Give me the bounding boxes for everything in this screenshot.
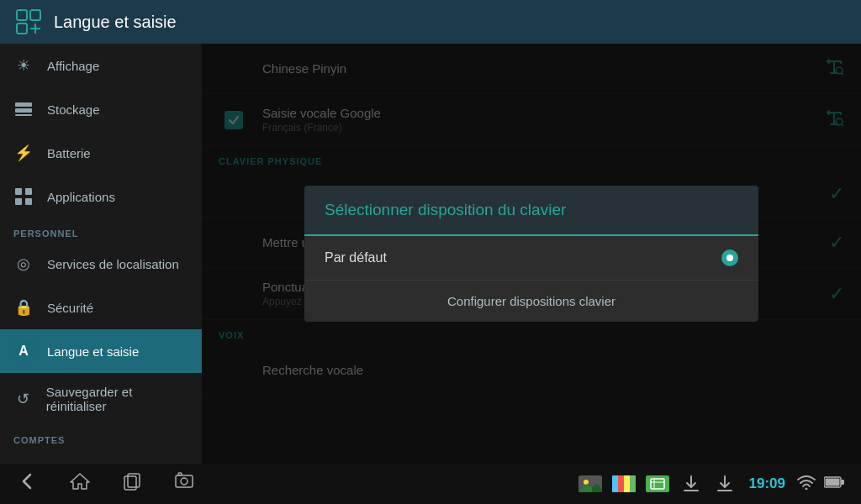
svg-rect-39 — [826, 479, 840, 486]
svg-rect-1 — [30, 10, 40, 20]
taskbar-right: 19:09 — [578, 475, 844, 493]
sidebar-item-sauvegarder[interactable]: ↺ Sauvegarder et réinitialiser — [0, 373, 202, 425]
batterie-icon: ⚡ — [13, 143, 34, 163]
content-area: Chinese Pinyin — [202, 44, 861, 464]
svg-rect-2 — [17, 24, 27, 34]
sidebar-label-localisation: Services de localisation — [47, 257, 179, 271]
sidebar-item-batterie[interactable]: ⚡ Batterie — [0, 131, 202, 175]
sidebar-item-langue[interactable]: A Langue et saisie — [0, 329, 202, 373]
sidebar-label-sauvegarder: Sauvegarder et réinitialiser — [46, 385, 188, 413]
dialog-header: Sélectionner disposition du clavier — [304, 186, 758, 236]
back-button[interactable] — [17, 470, 39, 497]
svg-rect-29 — [630, 475, 636, 492]
header-title: Langue et saisie — [54, 13, 177, 32]
svg-rect-30 — [651, 479, 664, 489]
svg-rect-5 — [15, 102, 32, 107]
header-icon — [13, 7, 44, 37]
green-taskbar-icon[interactable] — [645, 475, 670, 493]
svg-rect-7 — [15, 114, 32, 116]
recents-button[interactable] — [121, 470, 143, 497]
dialog-option-label-par-defaut: Par défaut — [325, 250, 721, 265]
svg-marker-16 — [71, 474, 89, 489]
svg-rect-11 — [25, 198, 32, 205]
multicolor-taskbar-icon[interactable] — [611, 475, 637, 493]
svg-rect-10 — [15, 198, 22, 205]
section-personnel: PERSONNEL — [0, 218, 202, 242]
sidebar-label-batterie: Batterie — [47, 146, 91, 160]
svg-point-23 — [584, 480, 589, 485]
download-taskbar-icon[interactable] — [679, 475, 704, 493]
app-header: Langue et saisie — [0, 0, 861, 44]
sidebar-item-affichage[interactable]: ☀ Affichage — [0, 44, 202, 87]
screenshot-button[interactable] — [173, 470, 195, 497]
stockage-icon — [13, 99, 34, 119]
gallery-taskbar-icon[interactable] — [578, 475, 603, 493]
svg-point-37 — [806, 488, 808, 491]
sidebar-label-stockage: Stockage — [47, 102, 100, 117]
sauvegarder-icon: ↺ — [13, 389, 33, 409]
taskbar: 19:09 — [0, 464, 861, 504]
sidebar-label-affichage: Affichage — [47, 59, 99, 73]
dialog-link-configurer[interactable]: Configurer dispositions clavier — [304, 281, 758, 322]
svg-rect-20 — [178, 473, 182, 475]
sidebar-label-applications: Applications — [47, 190, 115, 204]
sidebar-item-applications[interactable]: Applications — [0, 175, 202, 218]
svg-point-21 — [181, 478, 188, 485]
sidebar-label-langue: Langue et saisie — [47, 344, 139, 359]
section-comptes: COMPTES — [0, 425, 202, 449]
securite-icon: 🔒 — [13, 297, 34, 318]
svg-rect-8 — [15, 188, 22, 195]
dialog-option-par-defaut[interactable]: Par défaut — [304, 236, 758, 281]
home-button[interactable] — [69, 470, 91, 497]
svg-rect-28 — [624, 475, 630, 492]
applications-icon — [13, 186, 34, 207]
dialog: Sélectionner disposition du clavier Par … — [304, 186, 758, 322]
wifi-icon — [797, 475, 816, 493]
time-display: 19:09 — [749, 475, 785, 492]
svg-rect-6 — [15, 108, 32, 113]
svg-rect-40 — [841, 480, 844, 485]
radio-selected-icon — [721, 249, 738, 266]
green-box — [646, 475, 669, 492]
svg-rect-9 — [25, 188, 32, 195]
svg-rect-27 — [618, 475, 624, 492]
sidebar-item-localisation[interactable]: ◎ Services de localisation — [0, 242, 202, 286]
localisation-icon: ◎ — [13, 254, 34, 274]
download2-taskbar-icon[interactable] — [712, 475, 737, 493]
sidebar-label-securite: Sécurité — [47, 301, 93, 315]
battery-icon — [824, 476, 844, 491]
svg-rect-19 — [176, 475, 193, 487]
svg-rect-26 — [612, 475, 618, 492]
sidebar-item-securite[interactable]: 🔒 Sécurité — [0, 286, 202, 329]
taskbar-nav — [17, 470, 578, 497]
dialog-body: Par défaut Configurer dispositions clavi… — [304, 236, 758, 322]
affichage-icon: ☀ — [13, 55, 34, 76]
svg-rect-0 — [17, 10, 27, 20]
langue-icon: A — [13, 341, 34, 361]
dialog-overlay: Sélectionner disposition du clavier Par … — [202, 44, 861, 464]
dialog-title: Sélectionner disposition du clavier — [325, 201, 738, 219]
sidebar-item-stockage[interactable]: Stockage — [0, 87, 202, 131]
sidebar: ☀ Affichage Stockage ⚡ Batterie — [0, 44, 202, 464]
